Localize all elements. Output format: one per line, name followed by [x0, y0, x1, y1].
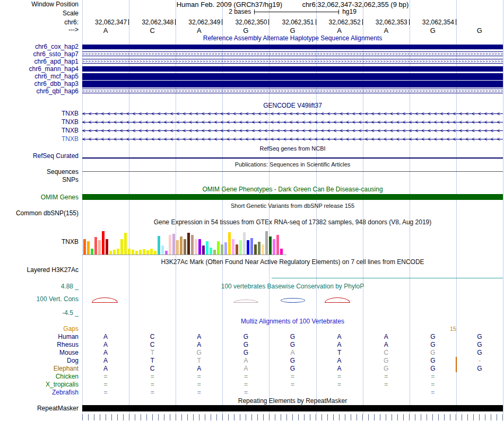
species-label-rhesus[interactable]: Rhesus	[0, 341, 80, 348]
gtex-tissue-bar[interactable]	[98, 240, 101, 255]
repeatmasker-item[interactable]	[82, 405, 503, 411]
gtex-tissue-bar[interactable]	[228, 232, 231, 255]
gene-label-tnxb-1[interactable]: TNXB	[0, 110, 80, 117]
track-label-sequences[interactable]: Sequences	[0, 169, 80, 176]
gtex-tissue-bar[interactable]	[94, 237, 97, 255]
hap-alignment-mann-hap4[interactable]	[82, 66, 503, 72]
track-title-refseq[interactable]: RefSeq genes from NCBI	[82, 145, 503, 152]
track-title-h3k27ac[interactable]: H3K27Ac Mark (Often Found Near Active Re…	[82, 259, 503, 266]
gtex-tissue-bar[interactable]	[265, 231, 268, 255]
track-label-snps[interactable]: SNPs	[0, 177, 80, 183]
hap-alignment-mcf-hap5[interactable]	[82, 73, 503, 80]
track-title-omim[interactable]: OMIM Gene Phenotypes - Dark Green Can Be…	[82, 186, 503, 193]
hap-alignment-cox-hap2[interactable]	[82, 45, 503, 49]
track-title-gencode[interactable]: GENCODE V49lift37	[82, 102, 503, 109]
gtex-tissue-bar[interactable]	[273, 239, 275, 255]
track-title-alt-haplotypes[interactable]: Reference Assembly Alternate Haplotype S…	[82, 35, 503, 42]
gtex-tissue-bar[interactable]	[120, 239, 123, 255]
gtex-tissue-bar[interactable]	[254, 244, 257, 255]
gtex-tissue-bar[interactable]	[87, 241, 90, 255]
gtex-tissue-bar[interactable]	[206, 241, 208, 255]
gene-label-tnxb-2[interactable]: TNXB	[0, 119, 80, 126]
track-label-repeatmasker[interactable]: RepeatMasker	[0, 405, 80, 412]
track-label-chr6-mcf-hap5[interactable]: chr6_mcf_hap5	[0, 73, 80, 80]
hap-alignment-ssto-hap7[interactable]: >>>>>>>>>>>>>>>>>>>>>>>>>>>>>>>>>>>>>>>>…	[82, 51, 503, 56]
gtex-tissue-bar[interactable]	[169, 235, 171, 255]
tnxb-transcript-4[interactable]: <<<<<<<<<<<<<<<<<<<<<<<<<<<<<<<<<<<<<<<<…	[82, 136, 503, 143]
gtex-tissue-bar[interactable]	[161, 245, 164, 255]
phylop-peak-4	[325, 297, 350, 303]
track-title-publications[interactable]: Publications: Sequences in Scientific Ar…	[82, 161, 503, 168]
position-range: chr6:32,062,347-32,062,355 (9 bp)	[302, 1, 409, 8]
track-title-repeatmasker[interactable]: Repeating Elements by RepeatMasker	[82, 398, 503, 405]
gtex-tissue-bar[interactable]	[184, 239, 186, 255]
gtex-tissue-bar[interactable]	[250, 238, 253, 255]
gtex-tissue-bar[interactable]	[83, 239, 86, 255]
publications-dense-item[interactable]	[82, 171, 503, 172]
gtex-tissue-bar[interactable]	[217, 241, 220, 255]
track-label-h3k27ac[interactable]: Layered H3K27Ac	[0, 267, 80, 274]
track-label-gaps[interactable]: Gaps	[0, 326, 80, 332]
gtex-tissue-bar[interactable]	[195, 239, 197, 255]
gtex-tissue-bar[interactable]	[187, 233, 190, 255]
track-label-chr6-dbb-hap3[interactable]: chr6_dbb_hap3	[0, 81, 80, 87]
gtex-tissue-bar[interactable]	[269, 236, 272, 255]
species-label-zebrafish[interactable]: Zebrafish	[0, 389, 80, 396]
track-label-chr6-ssto-hap7[interactable]: chr6_ssto_hap7	[0, 51, 80, 58]
track-label-omim-genes[interactable]: OMIM Genes	[0, 194, 80, 201]
track-label-chr6-apd-hap1[interactable]: chr6_apd_hap1	[0, 58, 80, 65]
track-label-conservation[interactable]: 100 Vert. Cons	[0, 296, 80, 303]
gtex-tissue-bar[interactable]	[221, 244, 223, 255]
gtex-tissue-bar[interactable]	[243, 232, 246, 255]
alignment-base: =	[363, 381, 410, 388]
gtex-tissue-bar[interactable]	[176, 240, 179, 255]
gtex-tissue-bar[interactable]	[276, 235, 279, 255]
gtex-tissue-bar[interactable]	[158, 236, 160, 255]
track-label-chr6-cox-hap2[interactable]: chr6_cox_hap2	[0, 43, 80, 50]
gtex-bar-chart[interactable]	[82, 229, 503, 255]
alignment-base: G	[269, 365, 316, 372]
track-title-dbsnp[interactable]: Short Genetic Variants from dbSNP releas…	[82, 203, 503, 209]
gtex-tissue-bar[interactable]	[202, 245, 205, 255]
species-label-elephant[interactable]: Elephant	[0, 365, 80, 372]
hap-alignment-apd-hap1[interactable]: >>>>>>>>>>>>>>>>>>>>>>>>>>>>>>>>>>>>>>>>…	[82, 59, 503, 64]
species-label-dog[interactable]: Dog	[0, 357, 80, 364]
track-label-gtex-tnxb[interactable]: TNXB	[0, 239, 80, 245]
track-label-chr6-qbl-hap6[interactable]: chr6_qbl_hap6	[0, 88, 80, 95]
gtex-tissue-bar[interactable]	[262, 244, 264, 255]
gene-label-tnxb-3[interactable]: TNXB	[0, 127, 80, 134]
gtex-tissue-bar[interactable]	[258, 242, 260, 255]
gtex-tissue-bar[interactable]	[247, 240, 249, 255]
track-label-refseq-curated[interactable]: RefSeq Curated	[0, 153, 80, 160]
gtex-tissue-bar[interactable]	[124, 233, 127, 255]
species-label-mouse[interactable]: Mouse	[0, 349, 80, 356]
track-title-conservation[interactable]: 100 vertebrates Basewise Conservation by…	[82, 283, 503, 290]
track-title-gtex[interactable]: Gene Expression in 54 tissues from GTEx …	[82, 219, 503, 226]
species-label-chicken[interactable]: Chicken	[0, 373, 80, 380]
track-label-common-dbsnp[interactable]: Common dbSNP(155)	[0, 210, 80, 217]
hap-alignment-dbb-hap3[interactable]	[82, 81, 503, 87]
track-label-chr6-mann-hap4[interactable]: chr6_mann_hap4	[0, 66, 80, 73]
track-title-multiz[interactable]: Multiz Alignments of 100 Vertebrates	[82, 318, 503, 325]
hap-alignment-qbl-hap6[interactable]: >>>>>>>>>>>>>>>>>>>>>>>>>>>>>>>>>>>>>>>>…	[82, 89, 503, 93]
gtex-tissue-bar[interactable]	[198, 239, 201, 255]
gtex-tissue-bar[interactable]	[232, 239, 234, 255]
gtex-tissue-bar[interactable]	[224, 242, 227, 255]
species-label-x-tropicalis[interactable]: X_tropicalis	[0, 381, 80, 388]
gtex-tissue-bar[interactable]	[102, 231, 105, 255]
tnxb-transcript-2[interactable]: <<<<<<<<<<<<<<<<<<<<<<<<<<<<<<<<<<<<<<<<…	[82, 119, 503, 126]
omim-gene-item[interactable]	[82, 194, 503, 200]
gene-label-tnxb-4[interactable]: TNXB	[0, 136, 80, 143]
gtex-tissue-bar[interactable]	[191, 235, 194, 255]
tnxb-transcript-3[interactable]: <<<<<<<<<<<<<<<<<<<<<<<<<<<<<<<<<<<<<<<<…	[82, 127, 503, 134]
gtex-tissue-bar[interactable]	[210, 248, 212, 255]
species-label-human[interactable]: Human	[0, 334, 80, 340]
gtex-tissue-bar[interactable]	[239, 240, 242, 255]
gtex-tissue-bar[interactable]	[172, 234, 175, 255]
gtex-tissue-bar[interactable]	[236, 244, 238, 255]
refseq-dense-item[interactable]	[82, 157, 503, 159]
gtex-tissue-bar[interactable]	[106, 239, 108, 255]
gtex-tissue-bar[interactable]	[180, 236, 183, 255]
scale-bar	[254, 10, 339, 14]
tnxb-transcript-1[interactable]: <<<<<<<<<<<<<<<<<<<<<<<<<<<<<<<<<<<<<<<<…	[82, 110, 503, 117]
